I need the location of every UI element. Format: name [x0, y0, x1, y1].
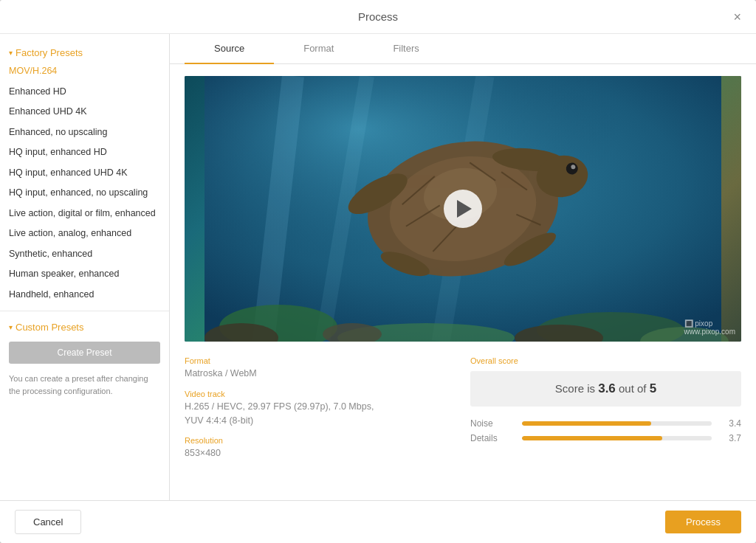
play-button[interactable] — [444, 190, 482, 228]
info-right: Overall score Score is 3.6 out of 5 Nois… — [470, 356, 741, 460]
preset-item[interactable]: Human speaker, enhanced — [0, 264, 169, 285]
custom-presets-chevron: ▾ — [9, 323, 13, 331]
tab-format[interactable]: Format — [274, 34, 363, 64]
footer: Cancel Process — [0, 500, 756, 543]
custom-presets-label: Custom Presets — [16, 322, 83, 333]
custom-presets-header[interactable]: ▾ Custom Presets — [0, 317, 169, 336]
tab-source[interactable]: Source — [185, 34, 274, 64]
score-suffix: out of — [616, 382, 650, 395]
format-label: Format — [185, 356, 456, 365]
factory-presets-header[interactable]: ▾ Factory Presets — [0, 43, 169, 61]
metric-row: Details 3.7 — [470, 433, 741, 443]
tab-filters[interactable]: Filters — [363, 34, 448, 64]
preset-item[interactable]: Live action, analog, enhanced — [0, 224, 169, 244]
video-track-label: Video track — [185, 390, 456, 398]
preset-item[interactable]: Enhanced HD — [0, 82, 169, 103]
video-watermark: 🔳 pixopwww.pixop.com — [684, 319, 735, 336]
content-scroll: 🔳 pixopwww.pixop.com Format Matroska / W… — [170, 64, 756, 500]
create-preset-button[interactable]: Create Preset — [9, 342, 160, 364]
metric-bar-fill — [522, 421, 651, 426]
factory-presets-label: Factory Presets — [16, 47, 83, 58]
score-max: 5 — [650, 381, 656, 395]
preset-item[interactable]: Handheld, enhanced — [0, 285, 169, 305]
info-left: Format Matroska / WebM Video track H.265… — [185, 356, 456, 460]
dialog-body: ▾ Factory Presets MOV/H.264Enhanced HDEn… — [0, 34, 756, 500]
factory-presets-list: MOV/H.264Enhanced HDEnhanced UHD 4KEnhan… — [0, 61, 169, 305]
play-icon — [457, 200, 472, 218]
close-button[interactable]: × — [730, 7, 744, 27]
metric-row: Noise 3.4 — [470, 418, 741, 429]
overall-score-label: Overall score — [470, 356, 741, 365]
preset-hint: You can create a preset after changing t… — [0, 370, 169, 400]
metric-bar-bg — [522, 421, 712, 426]
preset-item[interactable]: Live action, digital or film, enhanced — [0, 204, 169, 224]
metric-bar-fill — [522, 436, 662, 440]
metric-bar-bg — [522, 436, 712, 440]
score-box: Score is 3.6 out of 5 — [470, 371, 741, 407]
dialog-title: Process — [358, 10, 398, 23]
process-dialog: Process × ▾ Factory Presets MOV/H.264Enh… — [0, 0, 756, 543]
score-prefix: Score is — [555, 382, 598, 395]
video-container: 🔳 pixopwww.pixop.com — [185, 76, 741, 342]
preset-item[interactable]: HQ input, enhanced HD — [0, 142, 169, 163]
tabs-bar: SourceFormatFilters — [170, 34, 756, 64]
title-bar: Process × — [0, 0, 756, 34]
cancel-button[interactable]: Cancel — [15, 510, 81, 534]
metric-value: 3.4 — [719, 418, 741, 429]
format-value: Matroska / WebM — [185, 367, 456, 381]
main-content: SourceFormatFilters — [170, 34, 756, 500]
preset-item[interactable]: MOV/H.264 — [0, 61, 169, 82]
metrics-container: Noise 3.4 Details 3.7 — [470, 418, 741, 443]
metric-value: 3.7 — [719, 433, 741, 443]
score-text: Score is 3.6 out of 5 — [555, 381, 656, 396]
preset-item[interactable]: HQ input, enhanced, no upscaling — [0, 183, 169, 204]
preset-item[interactable]: Enhanced, no upscaling — [0, 122, 169, 143]
info-section: Format Matroska / WebM Video track H.265… — [185, 353, 741, 460]
preset-item[interactable]: Synthetic, enhanced — [0, 244, 169, 265]
process-button[interactable]: Process — [665, 511, 741, 533]
preset-item[interactable]: HQ input, enhanced UHD 4K — [0, 163, 169, 184]
factory-presets-chevron: ▾ — [9, 49, 13, 57]
resolution-value: 853×480 — [185, 446, 456, 460]
video-track-value: H.265 / HEVC, 29.97 FPS (29.97p), 7.0 Mb… — [185, 400, 456, 428]
resolution-label: Resolution — [185, 436, 456, 445]
preset-item[interactable]: Enhanced UHD 4K — [0, 102, 169, 122]
score-value: 3.6 — [598, 381, 616, 395]
metric-label: Details — [470, 433, 515, 443]
metric-label: Noise — [470, 418, 515, 429]
sidebar-divider — [0, 311, 169, 311]
sidebar: ▾ Factory Presets MOV/H.264Enhanced HDEn… — [0, 34, 170, 500]
